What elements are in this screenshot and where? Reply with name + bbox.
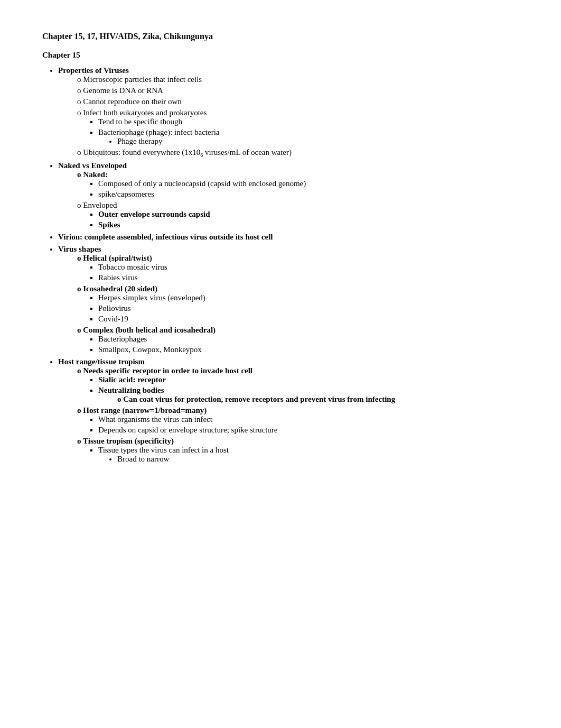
list-item: Composed of only a nucleocapsid (capsid … — [98, 179, 519, 188]
host-range-list: Needs specific receptor in order to inva… — [77, 366, 519, 464]
list-item: Needs specific receptor in order to inva… — [77, 366, 519, 404]
level3-list: Tend to be specific though Bacteriophage… — [98, 117, 519, 146]
section-title: Naked vs Enveloped — [58, 161, 127, 170]
level3-list: Herpes simplex virus (enveloped) Poliovi… — [98, 293, 519, 324]
list-item: Bacteriophage (phage): infect bacteria P… — [98, 128, 519, 146]
level3-list: Outer envelope surrounds capsid Spikes — [98, 210, 519, 229]
list-item-host-range: Host range/tissue tropism Needs specific… — [58, 357, 519, 464]
list-item: Tissue tropism (specificity) Tissue type… — [77, 437, 519, 464]
level5-list: Can coat virus for protection, remove re… — [117, 395, 519, 404]
section-title: Properties of Viruses — [58, 66, 129, 75]
list-item: Complex (both helical and icosahedral) B… — [77, 326, 519, 354]
level4-list: Phage therapy — [117, 137, 519, 146]
level3-list: Bacteriophages Smallpox, Cowpox, Monkeyp… — [98, 335, 519, 354]
list-item: Sialic acid: receptor — [98, 375, 519, 384]
list-item: Neutralizing bodies Can coat virus for p… — [98, 386, 519, 404]
section-title: Virion: complete assembled, infectious v… — [58, 233, 273, 241]
list-item: Naked: Composed of only a nucleocapsid (… — [77, 170, 519, 199]
list-item: Bacteriophages — [98, 335, 519, 344]
level3-list: Sialic acid: receptor Neutralizing bodie… — [98, 375, 519, 404]
list-item-ubiquitous: Ubiquitous: found everywhere (1x106 viru… — [77, 148, 519, 158]
list-item: Host range (narrow=1/broad=many) What or… — [77, 406, 519, 435]
section-title: Virus shapes — [58, 245, 101, 253]
level3-list: Tissue types the virus can infect in a h… — [98, 446, 519, 464]
list-item: Broad to narrow — [117, 455, 519, 464]
list-item: Microscopic particles that infect cells — [77, 75, 519, 84]
level4-list: Broad to narrow — [117, 455, 519, 464]
list-item: Spikes — [98, 220, 519, 229]
list-item: Poliovirus — [98, 304, 519, 313]
list-item-virion: Virion: complete assembled, infectious v… — [58, 233, 519, 242]
list-item: Helical (spiral/twist) Tobacco mosaic vi… — [77, 254, 519, 282]
list-item: Tend to be specific though — [98, 117, 519, 126]
list-item: Genome is DNA or RNA — [77, 86, 519, 95]
list-item: Outer envelope surrounds capsid — [98, 210, 519, 219]
list-item-virus-shapes: Virus shapes Helical (spiral/twist) Toba… — [58, 245, 519, 354]
section-title: Host range/tissue tropism — [58, 357, 145, 366]
list-item: Phage therapy — [117, 137, 519, 146]
list-item: Rabies virus — [98, 273, 519, 282]
list-item: Covid-19 — [98, 315, 519, 324]
list-item: Tissue types the virus can infect in a h… — [98, 446, 519, 464]
main-list: Properties of Viruses Microscopic partic… — [58, 66, 519, 464]
list-item: Cannot reproduce on their own — [77, 97, 519, 106]
chapter-heading: Chapter 15 — [42, 51, 519, 60]
list-item-naked-enveloped: Naked vs Enveloped Naked: Composed of on… — [58, 161, 519, 229]
list-item: Icosahedral (20 sided) Herpes simplex vi… — [77, 284, 519, 324]
naked-enveloped-list: Naked: Composed of only a nucleocapsid (… — [77, 170, 519, 229]
list-item: Can coat virus for protection, remove re… — [117, 395, 519, 404]
level3-list: What organisms the virus can infect Depe… — [98, 415, 519, 435]
list-item: What organisms the virus can infect — [98, 415, 519, 424]
list-item: Enveloped Outer envelope surrounds capsi… — [77, 201, 519, 229]
list-item-properties: Properties of Viruses Microscopic partic… — [58, 66, 519, 158]
list-item: Smallpox, Cowpox, Monkeypox — [98, 345, 519, 354]
level3-list: Composed of only a nucleocapsid (capsid … — [98, 179, 519, 199]
level3-list: Tobacco mosaic virus Rabies virus — [98, 263, 519, 282]
list-item: Tobacco mosaic virus — [98, 263, 519, 272]
virus-shapes-list: Helical (spiral/twist) Tobacco mosaic vi… — [77, 254, 519, 354]
properties-list: Microscopic particles that infect cells … — [77, 75, 519, 158]
page-title: Chapter 15, 17, HIV/AIDS, Zika, Chikungu… — [42, 32, 519, 41]
list-item: Herpes simplex virus (enveloped) — [98, 293, 519, 302]
list-item: spike/capsomeres — [98, 190, 519, 199]
list-item: Infect both eukaryotes and prokaryotes T… — [77, 108, 519, 146]
list-item: Depends on capsid or envelope structure;… — [98, 426, 519, 435]
